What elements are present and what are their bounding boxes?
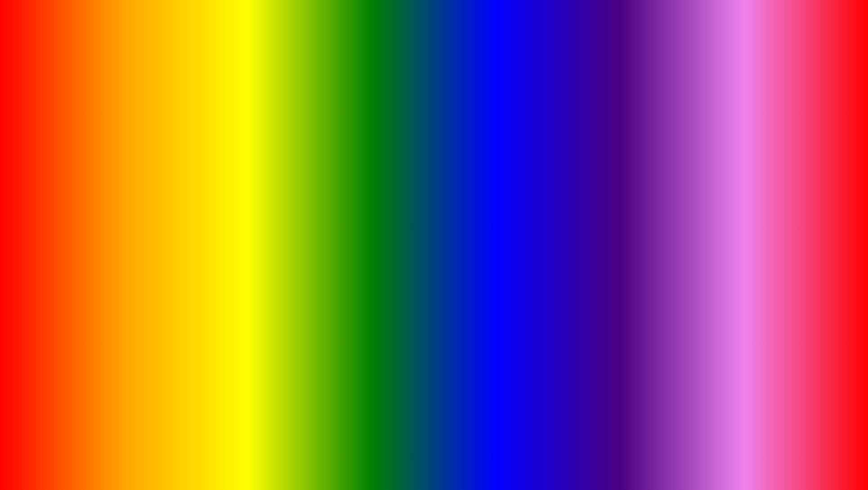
gui2-start-auto-farm-label: Start Auto Farm	[166, 202, 304, 209]
gui2-farm-selected-monster-row: M | Farm Selected Monster	[148, 241, 318, 252]
gui2-mastery-sep-right	[245, 261, 318, 261]
gui1-avatar: 👤	[49, 125, 62, 138]
feature-boss-farm: BOSS FARM	[683, 206, 841, 233]
bottom-pastebin: PASTEBIN	[546, 437, 703, 473]
gui2-main: Select Mode Farm : Level Farm ▼ M | Star…	[144, 181, 322, 269]
feature-auto-raid: AUTO RAID	[683, 153, 841, 180]
gui1-time: [Time] : 00:33:10 [FPS] : 29	[92, 129, 130, 138]
title-letter-b: B	[174, 9, 230, 89]
gui2-other-label: Other	[228, 216, 239, 221]
gui2-btn-stats[interactable]: Stats	[106, 232, 142, 242]
bottom-bar: AUTO FARM SCRIPT PASTEBIN	[4, 423, 864, 486]
gui2-btn-settings[interactable]: Settings	[106, 195, 142, 206]
gui2-sidebar: Main Settings Weapons Race V4 Stats Play…	[104, 181, 144, 269]
title-letter-r: R	[460, 9, 515, 89]
gui2-btn-player[interactable]: Player	[106, 244, 142, 254]
gui2-farm-monster-checkbox[interactable]	[307, 243, 314, 250]
gui1-dungeon-notice: Use In Dungeon Only!	[46, 150, 134, 157]
gui2-farm-selected-monster-label: Farm Selected Monster	[166, 243, 304, 249]
title-letter-x: X	[337, 9, 389, 89]
gui1-header: 👤 XxArSendxX Blox Fruit Update 19 [Time]…	[46, 122, 134, 150]
gui1-title: Blox Fruit Update 19	[92, 125, 130, 129]
gui2-logo: M SOW HUB	[108, 165, 151, 174]
gui2-btn-main[interactable]: Main	[106, 183, 142, 194]
title-letter-t2: T	[595, 9, 642, 89]
gui2-header-row1: Blox Fruit Update 19 [Time] : 00:32:30 […	[156, 162, 296, 168]
gui2-dropdown-arrow-1: ▼	[309, 188, 313, 193]
gui2-mastery-sep-left	[148, 261, 221, 261]
gui2-sep-right	[242, 218, 318, 218]
feature-fast-attack: FAST ATTACK	[683, 260, 841, 287]
gui2-select-monster[interactable]: Select Monster : ▼	[148, 225, 318, 237]
gui2-select-mode[interactable]: Select Mode Farm : Level Farm ▼	[148, 184, 318, 196]
title-letter-f: F	[412, 9, 460, 89]
char-body	[603, 297, 657, 387]
gui2-start-auto-farm-row: M | Start Auto Farm ✓	[148, 200, 318, 211]
gui2-m-logo-2: M |	[152, 243, 162, 250]
character	[567, 234, 693, 423]
gui1-username: XxArSendxX	[65, 129, 92, 134]
blue-rock-right2	[706, 353, 778, 407]
feature-list: AUTO FARM MASTERY AUTO RAID MATERIAL BOS…	[683, 99, 841, 314]
char-leg-right	[632, 382, 654, 409]
gui2-sep-left	[148, 218, 224, 218]
gui2-mastery-label: Mastery	[225, 258, 241, 263]
feature-auto-farm: AUTO FARM	[683, 99, 841, 126]
blue-rock-left	[9, 339, 99, 407]
feature-smooth: SMOOTH	[683, 287, 841, 314]
gui2-other-section: Other	[148, 215, 318, 222]
title-letter-o: O	[277, 9, 337, 89]
feature-auto-quest: AUTO QUEST	[683, 233, 841, 260]
gui2-select-monster-label: Select Monster :	[153, 228, 188, 234]
feature-mastery: MASTERY	[683, 126, 841, 153]
title-letter-l: L	[230, 9, 277, 89]
char-hair	[605, 252, 654, 270]
title-letter-s: S	[642, 9, 694, 89]
gui-window-2: M SOW HUB Blox Fruit Update 19 [Time] : …	[103, 157, 323, 270]
feature-material: MATERIAL	[683, 179, 841, 206]
gui2-m-logo-1: M |	[152, 202, 162, 209]
gui2-hr: Hr(s) : 0 Min(s) : 3 Sec(s) : 18	[156, 173, 296, 177]
title-letter-u: U	[515, 9, 571, 89]
gui2-header-info: Blox Fruit Update 19 [Time] : 00:32:30 […	[156, 162, 296, 177]
char-shoe-right	[631, 407, 656, 418]
gui2-start-auto-farm-checkbox[interactable]: ✓	[307, 202, 314, 209]
gui2-mastery-section: Mastery	[148, 258, 318, 264]
gui2-content: Main Settings Weapons Race V4 Stats Play…	[104, 181, 322, 269]
gui2-btn-weapons[interactable]: Weapons	[106, 207, 142, 218]
gui2-btn-teleport[interactable]: Teleport	[106, 256, 142, 267]
bottom-script: SCRIPT	[422, 437, 537, 473]
gui2-header-row2: XxArSendxX [Ping] : 296.72 (13%CV)	[156, 168, 296, 173]
bottom-auto-farm: AUTO FARM	[165, 432, 413, 478]
title-letter-i: I	[571, 9, 594, 89]
gui2-select-mode-label: Select Mode Farm : Level Farm	[153, 187, 222, 193]
gui1-hr: Hr(s) : 0 Min(s) : 3 Sec(s) : 57 [Ping] …	[49, 139, 130, 147]
gui2-dropdown-arrow-2: ▼	[309, 229, 313, 234]
main-title: BLOX FRUITS	[0, 9, 868, 85]
blox-fruits-emblem: BLOX FRUITS	[774, 360, 855, 418]
gui2-avatar: 👤	[301, 161, 317, 178]
sow-icon: M	[108, 165, 118, 174]
gui2-header: M SOW HUB Blox Fruit Update 19 [Time] : …	[104, 159, 322, 181]
gui2-btn-race-v4[interactable]: Race V4	[106, 219, 142, 230]
